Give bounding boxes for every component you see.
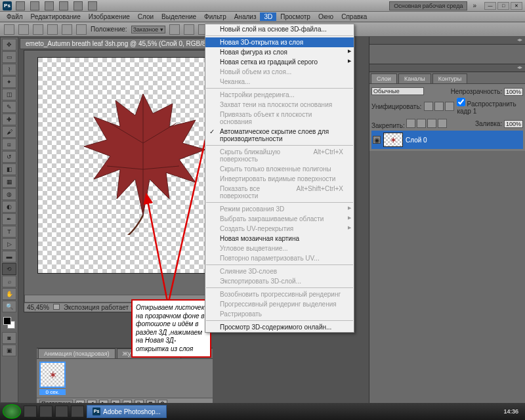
menu-image[interactable]: Изображение xyxy=(85,12,134,21)
3d-camera-tool[interactable]: ⌕ xyxy=(2,276,16,287)
hand-icon[interactable] xyxy=(59,1,68,10)
menu-file[interactable]: Файл xyxy=(3,12,27,21)
frame-time[interactable]: 0 сек. xyxy=(39,389,66,395)
maximize-button[interactable]: □ xyxy=(497,2,509,10)
tb-shortcut-1-icon[interactable] xyxy=(39,406,52,417)
fill-input[interactable]: 100% xyxy=(504,120,523,128)
heal-tool[interactable]: ✚ xyxy=(2,114,16,125)
eraser-tool[interactable]: ◧ xyxy=(2,163,16,175)
tb-shortcut-3-icon[interactable] xyxy=(71,406,84,417)
menu-window[interactable]: Окно xyxy=(314,12,337,21)
menu-select[interactable]: Выделение xyxy=(158,12,200,21)
color-swatches[interactable] xyxy=(2,316,16,331)
lock-pos-icon[interactable] xyxy=(427,119,436,128)
zoom-level[interactable]: 45,45% xyxy=(27,304,49,311)
menu-filter[interactable]: Фильтр xyxy=(200,12,230,21)
layer-thumbnail[interactable]: ✶ xyxy=(383,133,403,147)
wand-tool[interactable]: ✦ xyxy=(2,76,16,88)
status-icon[interactable] xyxy=(53,304,60,310)
dd-browse-3d-online[interactable]: Просмотр 3D-содержимого онлайн... xyxy=(205,322,354,332)
dd-new-tiled[interactable]: Новая мозаичная картина xyxy=(205,234,354,243)
type-tool[interactable]: T xyxy=(2,226,16,238)
dd-new-3d-postcard[interactable]: Новая 3D-открытка из слоя xyxy=(205,37,354,47)
anim-tab-frames[interactable]: Анимация (покадровая) xyxy=(38,348,116,358)
top-shortcuts xyxy=(16,1,97,10)
layer-name[interactable]: Слой 0 xyxy=(406,136,427,144)
lock-all-icon[interactable] xyxy=(438,119,447,128)
menu-help[interactable]: Справка xyxy=(337,12,371,21)
lock-paint-icon[interactable] xyxy=(417,119,426,128)
stamp-tool[interactable]: ⧇ xyxy=(2,138,16,150)
layer-row-0[interactable]: ◉ ✶ Слой 0 xyxy=(371,131,523,149)
opacity-input[interactable]: 100% xyxy=(504,88,523,96)
unify-vis-icon[interactable] xyxy=(434,102,444,111)
visibility-icon[interactable]: ◉ xyxy=(373,136,381,144)
tab-layers[interactable]: Слои xyxy=(371,74,397,83)
arrange-icon[interactable] xyxy=(30,1,39,10)
unify-style-icon[interactable] xyxy=(445,102,454,111)
fg-color[interactable] xyxy=(3,317,11,325)
lock-trans-icon[interactable] xyxy=(406,119,415,128)
hand-tool[interactable]: ✋ xyxy=(2,288,16,300)
extras-icon[interactable] xyxy=(88,1,97,10)
tb-explorer-icon[interactable] xyxy=(24,406,37,417)
zoom-tool[interactable]: 🔍 xyxy=(2,301,16,312)
path-tool[interactable]: ▷ xyxy=(2,238,16,250)
quickmask-tool[interactable]: ◙ xyxy=(2,332,16,344)
opt-icon-5[interactable] xyxy=(76,24,87,35)
menu-view[interactable]: Просмотр xyxy=(276,12,314,21)
opt-icon-6[interactable] xyxy=(169,24,180,35)
opt-icon-4[interactable] xyxy=(62,24,72,35)
menu-layers[interactable]: Слои xyxy=(134,12,158,21)
position-select[interactable]: Заказное ▾ xyxy=(131,26,165,33)
workspace-switcher[interactable]: Основная рабочая среда xyxy=(389,1,467,10)
blur-tool[interactable]: ◍ xyxy=(2,188,16,200)
opt-icon-1[interactable] xyxy=(18,24,29,35)
crop-tool[interactable]: ◫ xyxy=(2,89,16,100)
shape-tool[interactable]: ▬ xyxy=(2,251,16,262)
unify-pos-icon[interactable] xyxy=(424,102,433,111)
gradient-tool[interactable]: ▦ xyxy=(2,176,16,188)
close-button[interactable]: ✕ xyxy=(511,2,522,10)
opt-icon-3[interactable] xyxy=(47,24,58,35)
pen-tool[interactable]: ✒ xyxy=(2,213,16,225)
collapsed-panel-2[interactable]: ◂▸ xyxy=(369,64,525,72)
tab-channels[interactable]: Каналы xyxy=(398,74,431,83)
taskbar-app-photoshop[interactable]: Ps Adobe Photoshop... xyxy=(87,405,167,418)
chevron-right-icon[interactable]: » xyxy=(472,2,476,9)
dodge-tool[interactable]: ◐ xyxy=(2,201,16,213)
history-brush-tool[interactable]: ↺ xyxy=(2,151,16,163)
clock[interactable]: 14:36 xyxy=(499,408,522,415)
blend-mode-select[interactable]: Обычные xyxy=(371,87,424,95)
tool-preset-icon[interactable] xyxy=(4,24,14,35)
zoom-icon[interactable] xyxy=(45,1,54,10)
opt-icon-2[interactable] xyxy=(33,24,43,35)
opt-icon-7[interactable] xyxy=(184,24,194,35)
bridge-icon[interactable] xyxy=(16,1,25,10)
tab-paths[interactable]: Контуры xyxy=(432,74,467,83)
frame-1[interactable]: ✶ 0 сек. xyxy=(39,362,66,395)
dd-new-layer-from-3d[interactable]: Новый слой на основе 3D-файла... xyxy=(205,24,354,34)
menu-edit[interactable]: Редактирование xyxy=(27,12,85,21)
move-tool[interactable]: ✥ xyxy=(2,39,16,51)
screenmode-tool[interactable]: ▣ xyxy=(2,345,16,356)
brush-tool[interactable]: 🖌 xyxy=(2,126,16,138)
document-tab[interactable]: emeto_Autumn breath leaf 3sh.png @ 45,5%… xyxy=(20,38,223,49)
3d-rotate-tool[interactable]: ⟲ xyxy=(2,263,16,275)
rotate-icon[interactable] xyxy=(74,1,83,10)
menu-analysis[interactable]: Анализ xyxy=(230,12,261,21)
toolbox: ✥ ▭ ⌇ ✦ ◫ ✎ ✚ 🖌 ⧇ ↺ ◧ ▦ ◍ ◐ ✒ T ▷ ▬ ⟲ ⌕ … xyxy=(0,37,18,403)
start-button[interactable] xyxy=(3,404,21,419)
eyedropper-tool[interactable]: ✎ xyxy=(2,101,16,113)
dd-new-shape[interactable]: Новая фигура из слоя xyxy=(205,47,354,57)
propagate-checkbox[interactable] xyxy=(457,98,465,106)
dd-new-mesh-gray[interactable]: Новая сетка из градаций серого xyxy=(205,57,354,67)
collapsed-panel-1[interactable]: ◂▸ xyxy=(369,37,525,45)
annotation-text: Открываем листочек на прозрачном фоне в … xyxy=(136,304,204,352)
dd-auto-hide[interactable]: Автоматическое скрытие слоев для произво… xyxy=(205,127,354,144)
minimize-button[interactable]: — xyxy=(484,2,496,10)
lasso-tool[interactable]: ⌇ xyxy=(2,64,16,75)
tb-shortcut-2-icon[interactable] xyxy=(55,406,68,417)
marquee-tool[interactable]: ▭ xyxy=(2,51,16,63)
menu-3d[interactable]: 3D xyxy=(260,12,276,21)
